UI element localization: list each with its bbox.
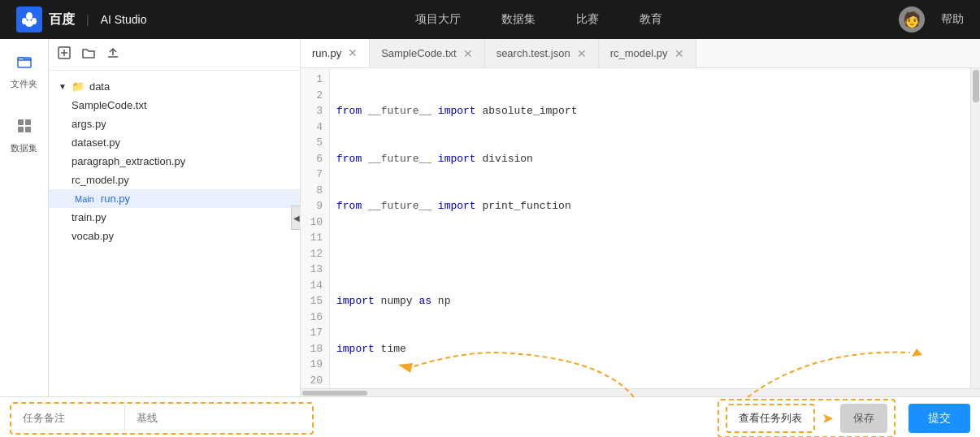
file-name-train: train.py: [72, 211, 106, 223]
code-line: from __future__ import absolute_import: [336, 103, 973, 119]
task-note-input[interactable]: [11, 404, 125, 433]
main-badge: Main: [72, 193, 98, 205]
list-item-active[interactable]: Main run.py: [49, 189, 300, 208]
sidebar-dataset-icon[interactable]: [10, 111, 39, 141]
svg-rect-5: [18, 119, 24, 125]
file-name-samplecode: SampleCode.txt: [72, 99, 147, 111]
baidu-text: 百度: [49, 11, 75, 28]
nav-right: 🧑 帮助: [899, 6, 964, 32]
sidebar-files-label: 文件夹: [11, 78, 37, 90]
help-link[interactable]: 帮助: [941, 12, 964, 27]
sidebar-files-group[interactable]: 文件夹: [10, 47, 39, 90]
svg-rect-7: [18, 127, 24, 132]
code-line: from __future__ import division: [336, 151, 973, 167]
chevron-down-icon: ▼: [59, 82, 67, 91]
vertical-scrollbar[interactable]: [970, 68, 980, 388]
task-input-group: [10, 402, 314, 435]
upload-icon[interactable]: [106, 45, 120, 63]
folder-icon: 📁: [72, 80, 85, 93]
tab-searchtest[interactable]: search.test.json ✕: [485, 39, 599, 67]
code-line: from __future__ import print_function: [336, 198, 973, 214]
horizontal-scrollbar[interactable]: [301, 388, 980, 396]
tab-rcmodel[interactable]: rc_model.py ✕: [599, 39, 696, 67]
file-toolbar: [49, 39, 300, 71]
save-button[interactable]: 保存: [840, 404, 887, 433]
nav-menu: 项目大厅 数据集 比赛 教育: [179, 12, 899, 27]
file-name-args: args.py: [72, 118, 106, 130]
topnav: 百度 | AI Studio 项目大厅 数据集 比赛 教育 🧑 帮助: [0, 0, 980, 39]
code-lines: from __future__ import absolute_import f…: [330, 68, 980, 388]
sidebar-files-icon[interactable]: [10, 47, 39, 76]
nav-dataset[interactable]: 数据集: [501, 12, 536, 27]
tab-label-samplecode: SampleCode.txt: [381, 47, 457, 59]
list-item[interactable]: SampleCode.txt: [49, 96, 300, 115]
sidebar-dataset-group[interactable]: 数据集: [10, 111, 39, 154]
line-numbers: 1 2 3 4 5 6 7 8 9 10 11 12 13 14 15 16 1: [301, 68, 330, 388]
code-line: [336, 246, 973, 262]
editor-tabs: run.py ✕ SampleCode.txt ✕ search.test.js…: [301, 39, 980, 68]
file-panel: ▼ 📁 data SampleCode.txt args.py dataset.…: [49, 39, 301, 396]
submit-button[interactable]: 提交: [908, 404, 970, 433]
baseline-input[interactable]: [125, 404, 312, 433]
svg-point-3: [25, 20, 33, 27]
close-tab-rcmodel[interactable]: ✕: [674, 47, 684, 60]
folder-name: data: [89, 80, 110, 93]
view-tasks-button[interactable]: 查看任务列表: [726, 404, 815, 433]
new-file-icon[interactable]: [57, 45, 72, 63]
scrollbar-thumb[interactable]: [973, 70, 979, 102]
main-area: 文件夹 数据集: [0, 39, 980, 396]
file-name-vocab: vocab.py: [72, 230, 114, 242]
file-name-runpy: run.py: [101, 193, 130, 205]
close-tab-searchtest[interactable]: ✕: [577, 47, 587, 60]
editor-content[interactable]: 1 2 3 4 5 6 7 8 9 10 11 12 13 14 15 16 1: [301, 68, 980, 388]
list-item[interactable]: vocab.py: [49, 227, 300, 245]
close-tab-runpy[interactable]: ✕: [348, 46, 358, 59]
bottom-right-group: 查看任务列表 ➤ 保存: [718, 399, 895, 438]
nav-competition[interactable]: 比赛: [576, 12, 599, 27]
baidu-icon: [16, 6, 42, 32]
code-line: import time: [336, 341, 973, 357]
bottom-bar: 查看任务列表 ➤ 保存 提交: [0, 396, 980, 437]
list-item[interactable]: paragraph_extraction.py: [49, 152, 300, 171]
avatar[interactable]: 🧑: [899, 6, 925, 32]
file-name-paragraph: paragraph_extraction.py: [72, 155, 185, 167]
file-name-rcmodel: rc_model.py: [72, 174, 129, 186]
svg-rect-6: [25, 119, 31, 125]
file-tree: ▼ 📁 data SampleCode.txt args.py dataset.…: [49, 71, 300, 396]
code-line: import numpy as np: [336, 293, 973, 309]
editor-panel: ◀ run.py ✕ SampleCode.txt ✕ search.test.…: [301, 39, 980, 396]
svg-rect-8: [25, 127, 31, 132]
hscrollbar-thumb[interactable]: [302, 391, 367, 396]
nav-project-hall[interactable]: 项目大厅: [415, 12, 461, 27]
logo[interactable]: 百度 | AI Studio: [16, 6, 146, 32]
arrow-right-icon: ➤: [822, 409, 834, 427]
tab-label-rcmodel: rc_model.py: [610, 47, 668, 59]
tab-label-runpy: run.py: [312, 47, 341, 59]
close-tab-samplecode[interactable]: ✕: [463, 47, 473, 60]
tab-runpy[interactable]: run.py ✕: [301, 39, 370, 68]
list-item[interactable]: rc_model.py: [49, 171, 300, 189]
file-name-dataset: dataset.py: [72, 136, 120, 149]
nav-divider: |: [86, 13, 89, 26]
sidebar-dataset-label: 数据集: [11, 142, 37, 154]
list-item[interactable]: dataset.py: [49, 133, 300, 152]
svg-point-0: [26, 12, 33, 20]
nav-education[interactable]: 教育: [640, 12, 662, 27]
code-area: 1 2 3 4 5 6 7 8 9 10 11 12 13 14 15 16 1: [301, 68, 980, 388]
list-item[interactable]: train.py: [49, 208, 300, 227]
sidebar: 文件夹 数据集: [0, 39, 49, 396]
folder-data[interactable]: ▼ 📁 data: [49, 77, 300, 96]
new-folder-icon[interactable]: [81, 45, 96, 63]
list-item[interactable]: args.py: [49, 115, 300, 133]
tab-samplecode[interactable]: SampleCode.txt ✕: [370, 39, 485, 67]
tab-label-searchtest: search.test.json: [497, 47, 570, 59]
studio-text: AI Studio: [101, 13, 147, 26]
